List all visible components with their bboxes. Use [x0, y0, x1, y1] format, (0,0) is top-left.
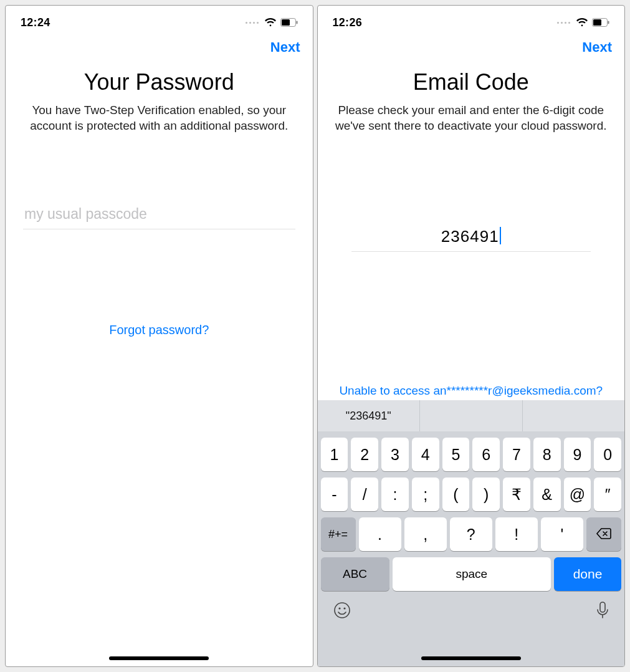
next-button[interactable]: Next: [582, 39, 612, 55]
nav-bar: Next: [318, 34, 625, 60]
status-time: 12:26: [333, 16, 363, 29]
forgot-password-link[interactable]: Forgot password?: [109, 323, 209, 337]
cellular-dots-icon: [246, 22, 259, 24]
password-field-wrap: [19, 202, 299, 229]
emoji-icon[interactable]: [333, 601, 351, 622]
key-8[interactable]: 8: [533, 438, 561, 471]
key-4[interactable]: 4: [412, 438, 439, 471]
key-paren-open[interactable]: (: [442, 478, 470, 511]
key-paren-close[interactable]: ): [472, 478, 500, 511]
wifi-icon: [576, 18, 588, 27]
key-exclaim[interactable]: !: [495, 517, 538, 551]
text-caret: [500, 227, 501, 244]
key-6[interactable]: 6: [472, 438, 500, 471]
page-title: Email Code: [413, 69, 529, 95]
key-2[interactable]: 2: [351, 438, 378, 471]
key-quote[interactable]: ″: [594, 478, 621, 511]
wifi-icon: [264, 18, 277, 27]
suggestion-item-empty[interactable]: [523, 400, 625, 431]
svg-rect-2: [296, 21, 297, 24]
backspace-icon: [596, 526, 612, 544]
page-subtitle: You have Two-Step Verification enabled, …: [19, 103, 299, 133]
key-abc[interactable]: ABC: [321, 557, 389, 591]
key-rows: 1 2 3 4 5 6 7 8 9 0 - / : ; ( ) ₹ & @: [318, 431, 625, 595]
svg-point-7: [338, 607, 340, 609]
key-row-1: 1 2 3 4 5 6 7 8 9 0: [321, 438, 622, 471]
svg-rect-1: [282, 19, 290, 26]
content-area: Email Code Please check your email and e…: [318, 60, 625, 400]
status-bar: 12:24: [6, 6, 313, 34]
key-comma[interactable]: ,: [404, 517, 447, 551]
key-1[interactable]: 1: [321, 438, 348, 471]
key-ampersand[interactable]: &: [533, 478, 561, 511]
suggestion-item[interactable]: "236491": [318, 400, 421, 431]
svg-point-8: [343, 607, 345, 609]
home-indicator[interactable]: [421, 656, 521, 660]
screen-email-code: 12:26 Next Email Code Please check your …: [317, 5, 626, 667]
key-dash[interactable]: -: [321, 478, 348, 511]
code-value: 236491: [441, 227, 499, 246]
key-rupee[interactable]: ₹: [503, 478, 530, 511]
key-3[interactable]: 3: [381, 438, 409, 471]
cellular-dots-icon: [557, 22, 570, 24]
unable-access-link[interactable]: Unable to access an*********r@igeeksmedi…: [318, 384, 625, 398]
page-subtitle: Please check your email and enter the 6-…: [322, 103, 621, 133]
key-slash[interactable]: /: [351, 478, 378, 511]
status-icons: [246, 18, 298, 27]
key-semicolon[interactable]: ;: [412, 478, 439, 511]
svg-point-6: [335, 603, 350, 618]
home-indicator[interactable]: [109, 656, 209, 660]
key-row-4: ABC space done: [321, 557, 622, 591]
status-time: 12:24: [21, 16, 50, 29]
key-symbols[interactable]: #+=: [321, 517, 356, 551]
status-bar: 12:26: [318, 6, 625, 34]
key-5[interactable]: 5: [442, 438, 470, 471]
next-button[interactable]: Next: [270, 39, 300, 55]
screen-password: 12:24 Next Your Password You have Two-St…: [5, 5, 313, 667]
nav-bar: Next: [6, 34, 313, 60]
key-apostrophe[interactable]: ': [541, 517, 583, 551]
key-done[interactable]: done: [554, 557, 621, 591]
key-at[interactable]: @: [564, 478, 591, 511]
key-0[interactable]: 0: [594, 438, 621, 471]
svg-rect-5: [608, 21, 609, 24]
battery-icon: [280, 18, 298, 27]
content-area: Your Password You have Two-Step Verifica…: [6, 60, 313, 666]
battery-icon: [592, 18, 609, 27]
key-space[interactable]: space: [393, 557, 551, 591]
keyboard-bottom-bar: [318, 595, 625, 631]
page-title: Your Password: [84, 69, 234, 95]
suggestion-bar: "236491": [318, 400, 625, 431]
key-backspace[interactable]: [586, 517, 621, 551]
key-question[interactable]: ?: [450, 517, 492, 551]
keyboard: "236491" 1 2 3 4 5 6 7 8 9 0 - / : ;: [318, 400, 625, 666]
svg-rect-4: [593, 19, 601, 26]
status-icons: [557, 18, 609, 27]
microphone-icon[interactable]: [596, 601, 609, 622]
svg-rect-9: [600, 602, 605, 612]
code-input[interactable]: 236491: [351, 227, 591, 252]
key-period[interactable]: .: [359, 517, 401, 551]
key-7[interactable]: 7: [503, 438, 530, 471]
key-row-2: - / : ; ( ) ₹ & @ ″: [321, 478, 622, 511]
password-input[interactable]: [23, 202, 295, 229]
key-9[interactable]: 9: [564, 438, 591, 471]
key-row-3: #+= . , ? ! ': [321, 517, 622, 551]
key-colon[interactable]: :: [381, 478, 409, 511]
suggestion-item-empty[interactable]: [420, 400, 523, 431]
